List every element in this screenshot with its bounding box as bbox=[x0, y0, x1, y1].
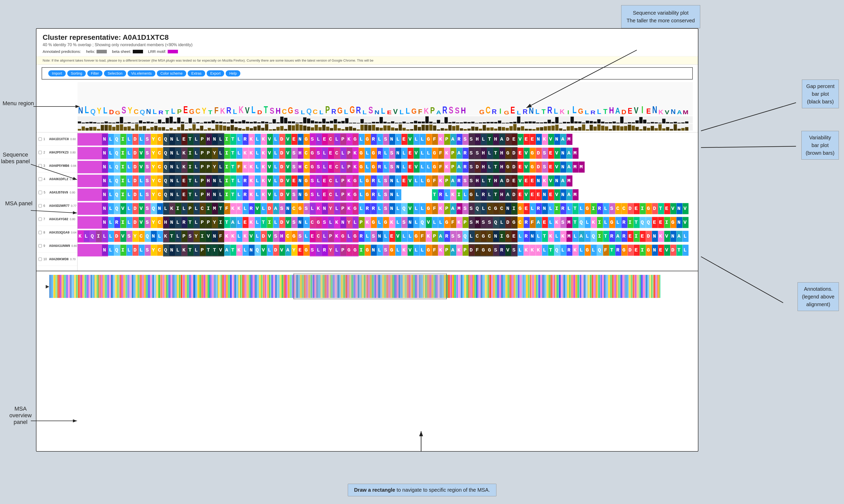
seq-label-row: 2 A9A2P5YKZ3 0.80 bbox=[36, 146, 77, 159]
variability-bars-container bbox=[77, 124, 693, 131]
toolbar-btn-selection[interactable]: Selection bbox=[104, 70, 126, 76]
seq-checkbox[interactable] bbox=[38, 177, 42, 181]
seq-checkbox[interactable] bbox=[38, 137, 42, 141]
toolbar-btn-help[interactable]: Help bbox=[226, 70, 240, 76]
toolbar-btn-extras[interactable]: Extras bbox=[188, 70, 205, 76]
seq-variability-line1: Sequence variability plot bbox=[627, 9, 695, 17]
seq-name: A0A5J5T6V9 bbox=[49, 191, 68, 194]
seq-name: A0A3S3QGA9 bbox=[49, 231, 69, 234]
variability-bar-line1: Variability bbox=[806, 134, 834, 141]
toolbar-btn-import[interactable]: Import bbox=[48, 70, 66, 76]
seq-score: 0.82 bbox=[70, 178, 75, 181]
variability-bar-arrow bbox=[701, 146, 796, 147]
seq-name: A0A061DFL2 bbox=[49, 177, 68, 181]
variability-bar-line2: bar plot bbox=[806, 141, 834, 149]
gap-percent-callout: Gap percent bar plot (black bars) bbox=[802, 79, 839, 108]
helix-color-box bbox=[96, 50, 107, 53]
var-canvas bbox=[77, 124, 689, 131]
msa-overview-label: MSA overview panel bbox=[5, 406, 36, 426]
bottom-callout-text: to navigate to specific region of the MS… bbox=[397, 487, 490, 493]
seq-score: 0.80 bbox=[71, 244, 77, 247]
seq-score: 0.64 bbox=[71, 231, 76, 234]
seq-checkbox[interactable] bbox=[38, 231, 42, 234]
seq-name: A0A6P5YMB6 bbox=[49, 164, 69, 167]
cluster-title: Cluster representative: A0A1D1XTC8 bbox=[42, 33, 692, 41]
toolbar-btn-sorting[interactable]: Sorting bbox=[67, 70, 86, 76]
note-bar: Note: If the alignment takes forever to … bbox=[36, 56, 698, 65]
lrr-color-box bbox=[168, 50, 178, 53]
seq-score: 0.70 bbox=[70, 258, 75, 261]
seq-label-row: 7 A0A314YG82 0.80 bbox=[36, 213, 77, 226]
seq-name: A9A2P5YKZ3 bbox=[49, 151, 69, 154]
seq-checkbox[interactable] bbox=[38, 244, 42, 248]
annotations-line2: (legend above bbox=[802, 293, 834, 301]
seq-num: 7 bbox=[43, 217, 48, 221]
seq-score: 0.60 bbox=[70, 138, 76, 141]
toolbar-btn-color scheme[interactable]: Color scheme bbox=[157, 70, 186, 76]
seq-num: 1 bbox=[43, 137, 48, 141]
seq-score: 0.84 bbox=[71, 164, 76, 167]
beta-color-box bbox=[133, 50, 143, 53]
annotations-line3: alignment) bbox=[802, 301, 834, 308]
seq-num: 6 bbox=[43, 204, 48, 208]
menu-region-label: Menu region bbox=[3, 100, 34, 107]
toolbar-btn-filter[interactable]: Filter bbox=[87, 70, 103, 76]
seq-num: 5 bbox=[43, 191, 48, 194]
helix-label: helix: bbox=[86, 49, 95, 54]
seq-name: A0A1D1XTC8 bbox=[49, 137, 69, 141]
main-panel: Cluster representative: A0A1D1XTC8 40 % … bbox=[36, 28, 699, 452]
note-text: Note: If the alignment takes forever to … bbox=[42, 58, 374, 62]
msa-canvas bbox=[77, 132, 689, 271]
seq-label-row: 1 A0A1D1XTC8 0.60 bbox=[36, 132, 77, 146]
seq-checkbox[interactable] bbox=[38, 257, 42, 261]
bottom-callout-bold: Draw a rectangle bbox=[354, 487, 395, 493]
seq-score: 0.77 bbox=[71, 204, 76, 208]
seq-num: 9 bbox=[43, 244, 48, 248]
msa-sequences-panel bbox=[77, 132, 698, 271]
seq-checkbox[interactable] bbox=[38, 164, 42, 167]
gap-canvas bbox=[77, 116, 689, 123]
overview-arrow-icon: ▶ bbox=[46, 284, 49, 289]
overview-content: ▶ bbox=[41, 273, 693, 300]
gap-percent-line3: (black bars) bbox=[806, 98, 834, 106]
seq-score: 0.80 bbox=[70, 151, 75, 154]
annotations-callout: Annotations. (legend above alignment) bbox=[797, 282, 839, 311]
seq-num: 2 bbox=[43, 151, 48, 154]
seq-label-row: 9 A0A6A1UNW9 0.80 bbox=[36, 239, 77, 253]
gap-percent-line2: bar plot bbox=[806, 90, 834, 98]
cluster-subtitle: 40 % identity 70 % overlap ; Showing onl… bbox=[42, 42, 692, 47]
msa-panel-label: MSA panel bbox=[5, 200, 32, 207]
bottom-callout: Draw a rectangle to navigate to specific… bbox=[348, 484, 496, 496]
header-legend: Annotated predictions: helix: beta sheet… bbox=[42, 49, 692, 54]
seq-num: 10 bbox=[43, 257, 48, 261]
gap-bars-container bbox=[77, 116, 693, 123]
seq-variability-callout: Sequence variability plot The taller the… bbox=[621, 5, 700, 28]
seq-checkbox[interactable] bbox=[38, 217, 42, 221]
seq-num: 8 bbox=[43, 231, 48, 234]
helix-legend: helix: bbox=[86, 49, 107, 54]
variability-bar-callout: Variability bar plot (brown bars) bbox=[802, 131, 839, 160]
overview-canvas bbox=[49, 273, 661, 299]
annotations-arrow bbox=[701, 257, 783, 303]
gap-percent-arrow bbox=[701, 103, 796, 131]
seq-name: A0A5D2WR77 bbox=[49, 204, 69, 208]
seq-checkbox[interactable] bbox=[38, 204, 42, 208]
seq-checkbox[interactable] bbox=[38, 151, 42, 154]
seq-name: A0A2I0KWD8 bbox=[49, 257, 69, 261]
lrr-label: LRR motif: bbox=[148, 49, 166, 54]
beta-legend: beta sheet: bbox=[112, 49, 143, 54]
gap-percent-line1: Gap percent bbox=[806, 83, 834, 90]
beta-label: beta sheet: bbox=[112, 49, 131, 54]
seq-score: 0.80 bbox=[70, 191, 75, 194]
seq-checkbox[interactable] bbox=[38, 191, 42, 194]
seq-label-row: 8 A0A3S3QGA9 0.64 bbox=[36, 226, 77, 239]
toolbar-btn-export[interactable]: Export bbox=[207, 70, 224, 76]
seq-name: A0A6A1UNW9 bbox=[49, 244, 70, 248]
seq-label-row: 4 A0A061DFL2 0.82 bbox=[36, 173, 77, 186]
header-section: Cluster representative: A0A1D1XTC8 40 % … bbox=[36, 29, 698, 56]
toolbar-btn-vis-elements[interactable]: Vis.elements bbox=[128, 70, 155, 76]
msa-content-area: 1 A0A1D1XTC8 0.60 2 A9A2P5YKZ3 0.80 3 A0… bbox=[36, 132, 698, 271]
seq-num: 3 bbox=[43, 164, 48, 167]
seq-labels-panel-label: Sequence labes panel bbox=[0, 151, 31, 165]
variability-bar-line3: (brown bars) bbox=[806, 149, 834, 157]
